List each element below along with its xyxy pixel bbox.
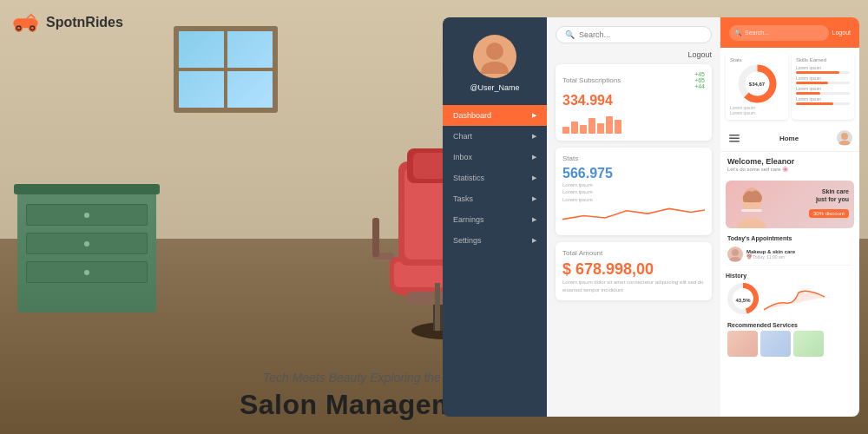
search-icon: 🔍 <box>565 30 575 39</box>
mobile-search-icon: 🔍 <box>734 30 742 36</box>
arrow-icon: ▶ <box>532 133 536 140</box>
history-title: History <box>726 273 854 279</box>
sidebar-item-settings[interactable]: Settings ▶ <box>443 230 547 251</box>
appointments-title: Today's Appointments <box>727 235 852 241</box>
arrow-icon: ▶ <box>532 112 536 119</box>
sidebar: @User_Name Dashboard ▶ Chart ▶ Inbox ▶ S… <box>443 17 547 417</box>
subscriptions-card: Total Subscriptions +45+65+44 334.994 <box>556 64 712 141</box>
total-lorem: Lorem ipsum dolor sit amet consectetur a… <box>562 279 705 293</box>
svg-rect-7 <box>372 218 379 257</box>
mobile-search-bar[interactable]: 🔍 Search... <box>729 25 829 41</box>
logo-area: SpotnRides <box>13 13 123 32</box>
svg-rect-25 <box>729 141 740 142</box>
rec-card-3 <box>793 331 824 357</box>
arrow-icon: ▶ <box>532 216 536 223</box>
svg-rect-24 <box>729 138 740 140</box>
svg-rect-23 <box>729 135 740 136</box>
svg-rect-14 <box>435 283 440 331</box>
subscriptions-change: +45+65+44 <box>694 71 705 89</box>
arrow-icon: ▶ <box>532 195 536 202</box>
skill-item: Lorem ipsum <box>796 65 850 74</box>
skill-item: Lorem ipsum <box>796 86 850 95</box>
stats-title: Stats <box>562 155 578 162</box>
history-chart: 43,5% <box>726 281 760 316</box>
recommended-title: Recommended Services <box>727 322 852 328</box>
sidebar-item-inbox[interactable]: Inbox ▶ <box>443 147 547 168</box>
rec-card-1 <box>727 331 758 357</box>
woman-illustration <box>733 185 772 228</box>
recommended-section: Recommended Services <box>720 319 859 359</box>
svg-point-26 <box>841 133 848 140</box>
appointment-item-1: Makeup & skin care 📅 Today, 11:00 am <box>727 244 852 266</box>
stats-card: Stats 566.975 Lorem ipsumLorem ipsumLore… <box>556 148 712 235</box>
profile-avatar <box>837 130 852 146</box>
mobile-stats-row: Stats $34,67 Lorem ipsumLorem ipsum Skil… <box>720 48 859 125</box>
skill-item: Lorem ipsum <box>796 96 850 105</box>
sidebar-item-statistics[interactable]: Statistics ▶ <box>443 168 547 188</box>
subscriptions-chart <box>562 112 705 134</box>
arrow-icon: ▶ <box>532 174 536 181</box>
skills-card: Skills Earned Lorem ipsum Lorem ipsum Lo… <box>792 53 854 120</box>
dashboard-overlay: @User_Name Dashboard ▶ Chart ▶ Inbox ▶ S… <box>443 17 859 417</box>
history-line-chart <box>764 284 825 314</box>
svg-point-30 <box>732 249 739 256</box>
arrow-icon: ▶ <box>532 154 536 161</box>
welcome-sub: Let's do some self care 🌸 <box>727 166 852 172</box>
sidebar-item-chart[interactable]: Chart ▶ <box>443 126 547 147</box>
user-avatar <box>473 35 516 78</box>
donut-chart-card: Stats $34,67 Lorem ipsumLorem ipsum <box>726 53 788 120</box>
stats-lorem: Lorem ipsumLorem ipsumLorem ipsum <box>562 181 705 203</box>
search-bar[interactable]: 🔍 <box>556 26 712 43</box>
stats-value: 566.975 <box>562 166 705 181</box>
sidebar-item-dashboard[interactable]: Dashboard ▶ <box>443 105 547 126</box>
recommended-cards <box>727 331 852 357</box>
appointments-section: Today's Appointments Makeup & skin care … <box>720 232 859 269</box>
total-amount-title: Total Amount <box>562 249 602 257</box>
skin-care-banner: Skin carejust for you 30% discount <box>726 181 854 228</box>
sidebar-item-earnings[interactable]: Earnings ▶ <box>443 209 547 230</box>
user-name: @User_Name <box>470 83 519 92</box>
svg-point-20 <box>486 43 503 60</box>
stats-line-chart <box>562 203 705 225</box>
sidebar-menu: Dashboard ▶ Chart ▶ Inbox ▶ Statistics ▶… <box>443 105 547 251</box>
apt-avatar-1 <box>727 247 743 262</box>
skill-item: Lorem ipsum <box>796 76 850 84</box>
search-input[interactable] <box>579 30 702 39</box>
brand-name: SpotnRides <box>46 15 123 30</box>
stats-panel: 🔍 Logout Total Subscriptions +45+65+44 3… <box>547 17 720 417</box>
history-section: History 43,5% <box>720 269 859 319</box>
subscriptions-value: 334.994 <box>562 93 705 108</box>
home-header: Home <box>720 125 859 152</box>
mobile-logout-btn[interactable]: Logout <box>832 30 851 36</box>
apt-info-1: Makeup & skin care 📅 Today, 11:00 am <box>746 249 852 260</box>
welcome-text: Welcome, Eleanor <box>727 157 852 166</box>
mobile-panel: 🔍 Search... Logout Stats $34,67 Lorem ip… <box>720 17 859 417</box>
logout-button[interactable]: Logout <box>687 50 712 59</box>
arrow-icon: ▶ <box>532 237 536 244</box>
mobile-header: 🔍 Search... Logout <box>720 17 859 48</box>
hamburger-icon <box>727 131 741 145</box>
svg-text:43,5%: 43,5% <box>735 298 751 303</box>
rec-card-2 <box>760 331 791 357</box>
sidebar-item-tasks[interactable]: Tasks ▶ <box>443 188 547 209</box>
subscriptions-title: Total Subscriptions <box>562 76 621 84</box>
svg-rect-29 <box>741 209 762 212</box>
calendar-icon: 📅 <box>746 254 752 260</box>
cabinet <box>17 191 156 312</box>
total-amount-value: $ 678.998,00 <box>562 260 705 279</box>
total-amount-card: Total Amount $ 678.998,00 Lorem ipsum do… <box>556 242 712 300</box>
window <box>174 26 278 113</box>
welcome-section: Welcome, Eleanor Let's do some self care… <box>720 152 859 177</box>
svg-point-18 <box>17 27 20 30</box>
skin-care-title: Skin carejust for you <box>809 187 849 203</box>
logo-icon <box>13 13 41 32</box>
home-label: Home <box>779 135 799 142</box>
svg-point-19 <box>31 27 34 30</box>
discount-badge: 30% discount <box>809 209 849 218</box>
skin-care-text: Skin carejust for you 30% discount <box>809 187 849 219</box>
